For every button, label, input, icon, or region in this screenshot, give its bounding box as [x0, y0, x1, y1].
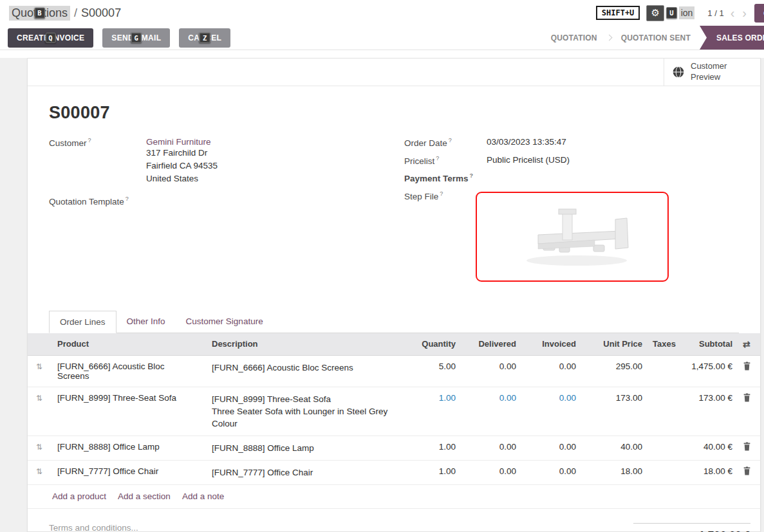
cell-delivered[interactable]: 0.00	[461, 387, 521, 408]
cell-quantity[interactable]: 1.00	[400, 461, 461, 482]
cell-delivered[interactable]: 0.00	[461, 461, 521, 482]
drag-handle-icon[interactable]: ⇅	[33, 467, 42, 476]
cell-invoiced[interactable]: 0.00	[521, 387, 581, 408]
tab-other-info[interactable]: Other Info	[116, 311, 176, 333]
cell-taxes[interactable]	[648, 436, 673, 448]
terms-and-conditions-input[interactable]: Terms and conditions...	[49, 523, 138, 532]
drag-handle-icon[interactable]: ⇅	[33, 394, 42, 403]
stage-sales-order[interactable]: SALES ORDER	[700, 26, 764, 50]
header-description: Description	[203, 333, 400, 354]
breadcrumb-current: S00007	[81, 6, 121, 20]
cell-description[interactable]: [FURN_7777] Office Chair	[203, 461, 400, 484]
table-row: ⇅ [FURN_8999] Three-Seat Sofa [FURN_8999…	[28, 387, 760, 436]
toggle-columns-icon[interactable]: ⇄	[743, 339, 750, 349]
step-file-preview[interactable]	[476, 192, 669, 282]
help-icon: ?	[449, 137, 452, 143]
trash-icon[interactable]	[743, 393, 751, 404]
pricelist-value[interactable]: Public Pricelist (USD)	[487, 155, 570, 166]
pager-next-icon[interactable]: ›	[741, 6, 748, 19]
keyboard-hint-badge: G	[131, 32, 142, 43]
totals-block: Total: 1,706.00 €	[633, 523, 750, 532]
cell-product[interactable]: [FURN_8888] Office Lamp	[49, 436, 203, 457]
tab-customer-signature[interactable]: Customer Signature	[176, 311, 274, 333]
breadcrumb-quotations-link[interactable]: Quotations B	[9, 6, 70, 21]
trash-icon[interactable]	[743, 466, 751, 477]
cell-description[interactable]: [FURN_8999] Three-Seat Sofa Three Seater…	[203, 387, 400, 436]
header-product: Product	[49, 333, 203, 354]
cell-taxes[interactable]	[648, 461, 673, 472]
customer-preview-link[interactable]: Customer Preview	[664, 59, 760, 86]
add-section-link[interactable]: Add a section	[118, 491, 171, 501]
customer-field-label: Customer?	[49, 137, 146, 185]
cell-unit-price[interactable]: 173.00	[581, 387, 648, 408]
shortcut-tooltip: SHIFT+U	[596, 6, 640, 20]
pager: 1 / 1 ‹ ›	[707, 6, 748, 19]
quotation-template-field-label: Quotation Template?	[49, 196, 146, 206]
cell-unit-price[interactable]: 295.00	[581, 356, 648, 377]
order-lines-table: Product Description Quantity Delivered I…	[28, 333, 760, 509]
help-icon: ?	[440, 190, 443, 197]
address-line: Fairfield CA 94535	[146, 160, 218, 172]
breadcrumb-bar: Quotations B / S00007 SHIFT+U ⚙ U ion 1 …	[0, 0, 764, 26]
cell-invoiced[interactable]: 0.00	[521, 356, 581, 377]
field-columns: Customer? Gemini Furniture 317 Fairchild…	[49, 137, 739, 289]
drag-handle-icon[interactable]: ⇅	[33, 362, 42, 371]
stage-quotation[interactable]: QUOTATION	[542, 26, 606, 50]
field-order-date: Order Date? 03/03/2023 13:35:47	[404, 137, 739, 148]
header-invoiced: Invoiced	[521, 333, 581, 354]
stage-quotation-sent[interactable]: QUOTATION SENT	[612, 26, 700, 50]
cell-delivered[interactable]: 0.00	[461, 356, 521, 377]
cell-quantity[interactable]: 5.00	[400, 356, 461, 377]
cancel-button[interactable]: CANCEL Z	[179, 28, 230, 48]
drag-handle-icon[interactable]: ⇅	[33, 443, 42, 452]
trash-icon[interactable]	[743, 362, 751, 372]
help-icon: ?	[126, 196, 129, 202]
cell-unit-price[interactable]: 18.00	[581, 461, 648, 482]
add-product-link[interactable]: Add a product	[52, 491, 106, 501]
trash-icon[interactable]	[743, 442, 751, 453]
form-sheet: Customer Preview S00007 Customer? Gemini…	[27, 58, 761, 532]
cell-taxes[interactable]	[648, 356, 673, 367]
pager-prev-icon[interactable]: ‹	[729, 6, 736, 19]
keyboard-hint-badge: Q	[45, 32, 56, 43]
action-menu-label: ion	[679, 6, 695, 19]
cell-invoiced[interactable]: 0.00	[521, 461, 581, 482]
step-file-3d-render	[498, 201, 646, 272]
table-row: ⇅ [FURN_6666] Acoustic Bloc Screens [FUR…	[28, 356, 760, 387]
cell-subtotal: 40.00 €	[673, 436, 738, 457]
header-handle	[28, 333, 49, 345]
notebook-tabs: Order Lines Other Info Customer Signatur…	[49, 311, 739, 333]
customer-link[interactable]: Gemini Furniture	[146, 137, 211, 147]
cell-description[interactable]: [FURN_8888] Office Lamp	[203, 436, 400, 460]
cell-product[interactable]: [FURN_8999] Three-Seat Sofa	[49, 387, 203, 408]
statusbar: QUOTATION QUOTATION SENT SALES ORDER	[542, 26, 764, 50]
cell-quantity[interactable]: 1.00	[400, 436, 461, 457]
create-invoice-button[interactable]: CREATE INVOICE Q	[8, 28, 93, 48]
cell-taxes[interactable]	[648, 387, 673, 399]
address-line: United States	[146, 172, 218, 185]
sheet-top-strip: Customer Preview	[28, 59, 760, 86]
cell-invoiced[interactable]: 0.00	[521, 436, 581, 457]
cell-subtotal: 173.00 €	[673, 387, 738, 408]
corner-button[interactable]: Cl	[754, 4, 764, 23]
field-pricelist: Pricelist? Public Pricelist (USD)	[404, 155, 739, 166]
customer-preview-label: Customer Preview	[691, 61, 736, 83]
table-row: ⇅ [FURN_8888] Office Lamp [FURN_8888] Of…	[28, 436, 760, 461]
cell-subtotal: 1,475.00 €	[673, 356, 738, 377]
cell-delivered[interactable]: 0.00	[461, 436, 521, 457]
step-file-field-label: Step File?	[404, 190, 476, 282]
cell-product[interactable]: [FURN_6666] Acoustic Bloc Screens	[49, 356, 203, 387]
cell-product[interactable]: [FURN_7777] Office Chair	[49, 461, 203, 482]
add-note-link[interactable]: Add a note	[182, 491, 224, 501]
tab-order-lines[interactable]: Order Lines	[49, 311, 116, 333]
cell-quantity[interactable]: 1.00	[400, 387, 461, 408]
field-payment-terms: Payment Terms?	[404, 172, 739, 183]
cell-description[interactable]: [FURN_6666] Acoustic Bloc Screens	[203, 356, 400, 380]
page-title: S00007	[49, 103, 739, 123]
cell-unit-price[interactable]: 40.00	[581, 436, 648, 457]
order-date-value[interactable]: 03/03/2023 13:35:47	[487, 137, 566, 148]
help-icon: ?	[436, 155, 439, 161]
help-icon: ?	[470, 172, 474, 179]
action-menu-button[interactable]: ⚙ U ion	[646, 5, 694, 21]
send-email-button[interactable]: SEND EMAIL G	[102, 28, 170, 48]
